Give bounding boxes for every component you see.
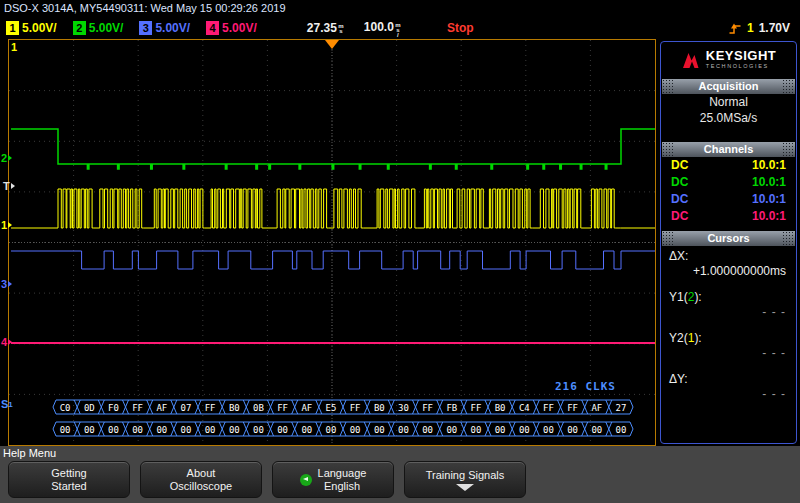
ch4-ground-marker[interactable]: 4 [1,336,12,348]
ch3-marker-arrow-icon [8,281,12,287]
bus-byte: 0D [84,403,95,413]
bus-byte: 00 [374,425,385,435]
cursor-y2-value: - - - [661,345,796,362]
bus-byte: FF [470,403,481,413]
bus-byte: 00 [567,425,578,435]
ch1-marker-arrow-icon [8,222,12,228]
bus-byte: 00 [229,425,240,435]
cursor-y2-label: Y2(1): [661,328,796,345]
bus-byte: AF [156,403,167,413]
serial-bus-row2: 0000000000000000000000000000000000000000… [53,422,633,436]
timebase-readout: 100.0ms/ [364,20,401,37]
softkey-training-signals[interactable]: Training Signals [404,461,526,498]
bus-byte: FF [567,403,578,413]
brand-logo: KEYSIGHT TECHNOLOGIES [661,42,796,79]
trigger-readout: 1 1.70V [728,21,794,35]
bus-byte: 00 [60,425,71,435]
softkey-language[interactable]: Language English [272,461,394,498]
bus-byte: F0 [108,403,119,413]
softkey-label: English [324,480,360,493]
cursors-section-header: Cursors [662,231,795,246]
bus-byte: 0B [253,403,264,413]
ch2-badge: 2 [73,21,86,35]
bus-byte: 00 [470,425,481,435]
ch1-coupling: DC [671,157,688,174]
ch4-scale: 5.00V/ [222,21,257,35]
keysight-spark-icon [681,51,701,71]
ch2-scale-readout[interactable]: 2 5.00V/ [73,21,124,35]
bus-byte: FF [277,403,288,413]
serial-bus-marker[interactable]: S1 [1,398,13,410]
bus-byte: 07 [180,403,191,413]
cursor-y1-value: - - - [661,304,796,321]
cursor-dy-label: ΔY: [661,369,796,386]
acquisition-section-header: Acquisition [662,79,795,94]
ch3-ground-marker[interactable]: 3 [1,278,12,290]
bus-byte: B0 [374,403,385,413]
acquisition-mode: Normal [661,94,796,110]
bus-byte: 00 [446,425,457,435]
bus-byte: AF [591,403,602,413]
bus-byte: FF [422,403,433,413]
oscilloscope-screen: DSO-X 3014A, MY54490311: Wed May 15 00:2… [0,0,800,503]
bus-byte: B0 [495,403,506,413]
delay-readout: 27.35ms [307,21,344,35]
trigger-position-marker [325,40,339,49]
bus-byte: 00 [301,425,312,435]
ch3-badge: 3 [139,21,152,35]
bus-byte: 00 [591,425,602,435]
bus-byte: 00 [398,425,409,435]
channels-section-header: Channels [662,142,795,157]
bus-byte: 00 [156,425,167,435]
trigger-source: 1 [747,21,754,35]
ch1-top-marker[interactable]: 1 [11,41,17,53]
settings-bar: 1 5.00V/ 2 5.00V/ 3 5.00V/ 4 5.00V/ 27.3… [0,17,800,39]
softkey-about-oscilloscope[interactable]: About Oscilloscope [140,461,262,498]
ch2-ground-marker[interactable]: 2 [1,152,12,164]
ch3-scale-readout[interactable]: 3 5.00V/ [139,21,190,35]
ch4-scale-readout[interactable]: 4 5.00V/ [206,21,257,35]
ch3-scale: 5.00V/ [155,21,190,35]
bus-byte: 00 [132,425,143,435]
bus-byte: FF [543,403,554,413]
bus-byte: 00 [543,425,554,435]
cursor-y1-label: Y1(2): [661,287,796,304]
ch4-probe: 10.0:1 [752,208,786,225]
softkey-label: About [187,467,216,480]
ch1-scale: 5.00V/ [22,21,57,35]
header-texture [782,142,795,157]
ch3-probe: 10.0:1 [752,191,786,208]
bus-byte: C0 [60,403,71,413]
trigger-level-marker[interactable]: T [3,180,15,192]
bus-byte: 00 [84,425,95,435]
bus-byte: FF [350,403,361,413]
ch1-waveform [11,189,655,228]
ch1-ground-marker[interactable]: 1 [1,219,12,231]
ch2-marker-arrow-icon [8,155,12,161]
ch4-marker-arrow-icon [8,339,12,345]
ch4-badge: 4 [206,21,219,35]
softkey-bar: Help Menu Getting Started About Oscillos… [0,446,800,503]
bus-byte: 00 [519,425,530,435]
title-bar: DSO-X 3014A, MY54490311: Wed May 15 00:2… [0,0,800,17]
ch1-scale-readout[interactable]: 1 5.00V/ [6,21,57,35]
bus-byte: 00 [495,425,506,435]
bus-byte: 00 [422,425,433,435]
sample-rate: 25.0MSa/s [661,110,796,126]
bus-byte: 00 [108,425,119,435]
bus-byte: 00 [253,425,264,435]
ch2-info-row: DC 10.0:1 [661,174,796,191]
ch3-waveform [11,251,655,269]
softkey-getting-started[interactable]: Getting Started [8,461,130,498]
bus-byte: 00 [277,425,288,435]
softkey-label: Oscilloscope [170,480,232,493]
ch2-probe: 10.0:1 [752,174,786,191]
header-texture [662,79,675,94]
clock-count-label: 216 CLKS [555,380,616,393]
header-texture [662,142,675,157]
softkey-label: Getting [51,467,86,480]
submenu-arrow-icon [456,484,474,491]
header-texture [662,231,675,246]
trigger-marker-arrow-icon [11,183,15,189]
ch1-badge: 1 [6,21,19,35]
